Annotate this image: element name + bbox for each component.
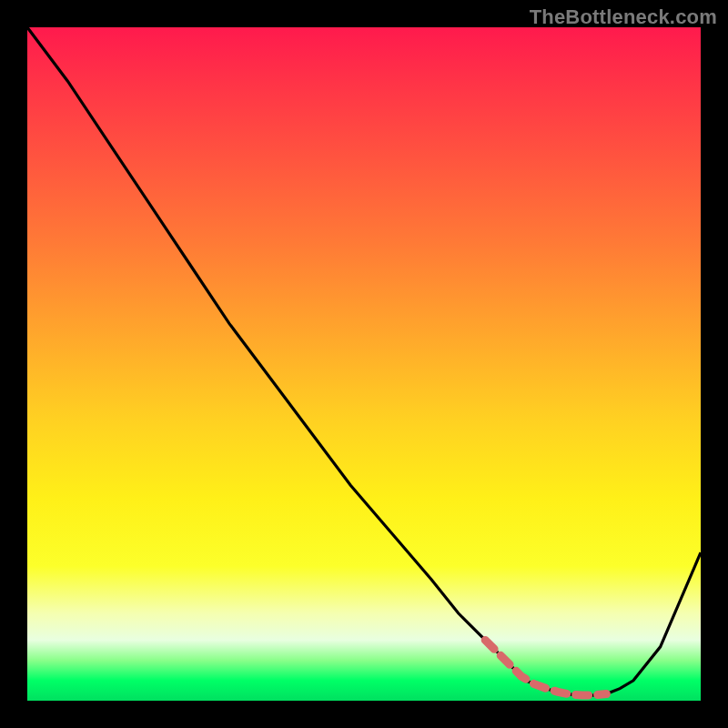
chart-container: TheBottleneck.com bbox=[0, 0, 728, 728]
bottleneck-curve bbox=[27, 27, 701, 695]
watermark-text: TheBottleneck.com bbox=[530, 5, 717, 29]
curve-layer bbox=[27, 27, 701, 701]
plot-area bbox=[27, 27, 701, 701]
flat-zone-marker bbox=[485, 640, 606, 695]
